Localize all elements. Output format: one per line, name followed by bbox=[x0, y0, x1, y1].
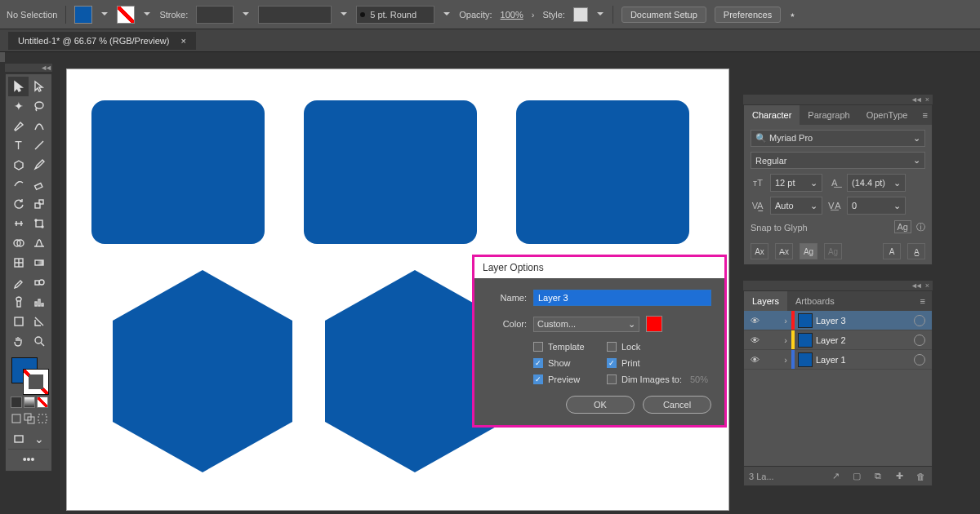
layer-row[interactable]: 👁›Layer 3 bbox=[744, 311, 932, 330]
tab-character[interactable]: Character bbox=[744, 105, 800, 125]
paintbrush-tool[interactable] bbox=[29, 155, 49, 175]
document-setup-button[interactable]: Document Setup bbox=[621, 7, 706, 23]
layer-name[interactable]: Layer 3 bbox=[816, 316, 914, 326]
scale-tool[interactable] bbox=[29, 194, 49, 214]
font-size-field[interactable]: 12 pt⌄ bbox=[770, 174, 822, 192]
glyph-opt-5[interactable]: A bbox=[883, 243, 901, 259]
stroke-weight-input[interactable] bbox=[196, 6, 234, 24]
column-graph-tool[interactable] bbox=[29, 292, 49, 312]
glyph-opt-4[interactable]: Ag bbox=[824, 243, 842, 259]
visibility-toggle[interactable]: 👁 bbox=[744, 316, 765, 326]
disclosure-icon[interactable]: › bbox=[780, 355, 791, 365]
fill-dropdown[interactable] bbox=[100, 6, 109, 24]
perspective-grid-tool[interactable] bbox=[29, 233, 49, 253]
align-icon[interactable]: ⋆ bbox=[789, 8, 796, 21]
layer-color-swatch[interactable] bbox=[646, 316, 662, 332]
preferences-button[interactable]: Preferences bbox=[715, 7, 781, 23]
close-tab-icon[interactable]: × bbox=[180, 36, 185, 46]
style-swatch[interactable] bbox=[573, 7, 588, 22]
tab-opentype[interactable]: OpenType bbox=[858, 105, 916, 125]
leading-field[interactable]: (14.4 pt)⌄ bbox=[847, 174, 906, 192]
direct-selection-tool[interactable] bbox=[29, 77, 49, 96]
panel-menu-icon[interactable]: ≡ bbox=[915, 110, 933, 120]
collapse-icon[interactable] bbox=[911, 95, 920, 104]
disclosure-icon[interactable]: › bbox=[780, 316, 791, 326]
layer-row[interactable]: 👁›Layer 1 bbox=[744, 350, 932, 370]
stroke-dropdown[interactable] bbox=[143, 6, 151, 24]
gradient-mode-icon[interactable] bbox=[24, 397, 35, 408]
eyedropper-tool[interactable] bbox=[8, 273, 29, 292]
make-clipping-mask-icon[interactable]: ▢ bbox=[850, 471, 863, 481]
tab-paragraph[interactable]: Paragraph bbox=[800, 105, 858, 125]
brush-picker[interactable]: 5 pt. Round bbox=[356, 6, 434, 24]
draw-inside-icon[interactable] bbox=[37, 413, 48, 424]
rounded-rect-shape[interactable] bbox=[91, 100, 265, 244]
collapse-icon[interactable] bbox=[40, 64, 50, 72]
color-mode-icon[interactable] bbox=[11, 397, 22, 408]
vsp-drop[interactable] bbox=[340, 6, 348, 24]
layer-name-input[interactable]: Layer 3 bbox=[533, 290, 711, 306]
hand-tool[interactable] bbox=[8, 331, 29, 351]
document-tab[interactable]: Untitled-1* @ 66.67 % (RGB/Preview) × bbox=[8, 32, 196, 50]
lock-checkbox[interactable]: Lock bbox=[607, 342, 711, 352]
vsp-input[interactable] bbox=[258, 6, 332, 24]
draw-behind-icon[interactable] bbox=[24, 413, 35, 424]
new-layer-icon[interactable]: ✚ bbox=[893, 471, 906, 481]
preview-checkbox[interactable]: Preview bbox=[533, 374, 607, 384]
shape-builder-tool[interactable] bbox=[8, 233, 29, 253]
shaper-tool[interactable] bbox=[8, 175, 29, 194]
selection-tool[interactable] bbox=[8, 77, 29, 96]
collapse-icon[interactable] bbox=[911, 281, 920, 290]
font-style-field[interactable]: Regular⌄ bbox=[751, 152, 925, 169]
symbol-sprayer-tool[interactable] bbox=[8, 292, 29, 312]
glyph-opt-1[interactable]: Ax bbox=[751, 243, 768, 259]
locate-object-icon[interactable]: ↗ bbox=[829, 471, 842, 481]
rotate-tool[interactable] bbox=[8, 194, 29, 214]
font-family-field[interactable]: 🔍 Myriad Pro⌄ bbox=[751, 130, 925, 147]
close-icon[interactable]: × bbox=[925, 281, 929, 290]
opacity-value[interactable]: 100% bbox=[501, 10, 523, 20]
zoom-tool[interactable] bbox=[29, 331, 49, 351]
dim-images-checkbox[interactable]: Dim Images to:50% bbox=[607, 374, 711, 384]
layer-name[interactable]: Layer 2 bbox=[816, 335, 914, 345]
style-drop[interactable] bbox=[596, 6, 604, 24]
layer-row[interactable]: 👁›Layer 2 bbox=[744, 330, 932, 350]
curvature-tool[interactable] bbox=[29, 116, 49, 135]
hexagon-shape[interactable] bbox=[113, 270, 292, 472]
panel-menu-icon[interactable]: ≡ bbox=[914, 296, 932, 306]
fill-stroke-control[interactable] bbox=[8, 356, 49, 393]
target-icon[interactable] bbox=[914, 315, 925, 326]
chevron-right-icon[interactable]: › bbox=[532, 10, 535, 20]
kerning-field[interactable]: Auto⌄ bbox=[770, 197, 822, 215]
stroke-color-box[interactable] bbox=[23, 369, 49, 395]
tab-layers[interactable]: Layers bbox=[744, 291, 787, 311]
template-checkbox[interactable]: Template bbox=[533, 342, 607, 352]
free-transform-tool[interactable] bbox=[29, 214, 49, 233]
close-icon[interactable]: × bbox=[925, 95, 929, 104]
target-icon[interactable] bbox=[914, 335, 925, 346]
width-tool[interactable] bbox=[8, 214, 29, 233]
slice-tool[interactable] bbox=[29, 312, 49, 331]
none-mode-icon[interactable] bbox=[37, 397, 48, 408]
stroke-swatch[interactable] bbox=[117, 6, 135, 24]
stroke-weight-drop[interactable] bbox=[242, 6, 250, 24]
ok-button[interactable]: OK bbox=[566, 396, 635, 414]
brush-drop[interactable] bbox=[443, 6, 451, 24]
magic-wand-tool[interactable]: ✦ bbox=[8, 96, 29, 116]
fill-swatch[interactable] bbox=[74, 6, 92, 24]
tab-artboards[interactable]: Artboards bbox=[787, 291, 843, 311]
disclosure-icon[interactable]: › bbox=[780, 335, 791, 345]
target-icon[interactable] bbox=[914, 354, 925, 366]
eraser-tool[interactable] bbox=[29, 175, 49, 194]
blend-tool[interactable] bbox=[29, 273, 49, 292]
type-tool[interactable]: T bbox=[8, 135, 29, 155]
dock-grip[interactable] bbox=[0, 52, 5, 62]
rectangle-tool[interactable] bbox=[8, 155, 29, 175]
lasso-tool[interactable] bbox=[29, 96, 49, 116]
rounded-rect-shape[interactable] bbox=[304, 100, 477, 244]
layer-color-dropdown[interactable]: Custom...⌄ bbox=[533, 317, 639, 332]
mesh-tool[interactable] bbox=[8, 253, 29, 273]
glyph-opt-6[interactable]: A̲ bbox=[907, 243, 925, 259]
create-sublayer-icon[interactable]: ⧉ bbox=[871, 471, 884, 481]
layer-name[interactable]: Layer 1 bbox=[816, 355, 914, 365]
